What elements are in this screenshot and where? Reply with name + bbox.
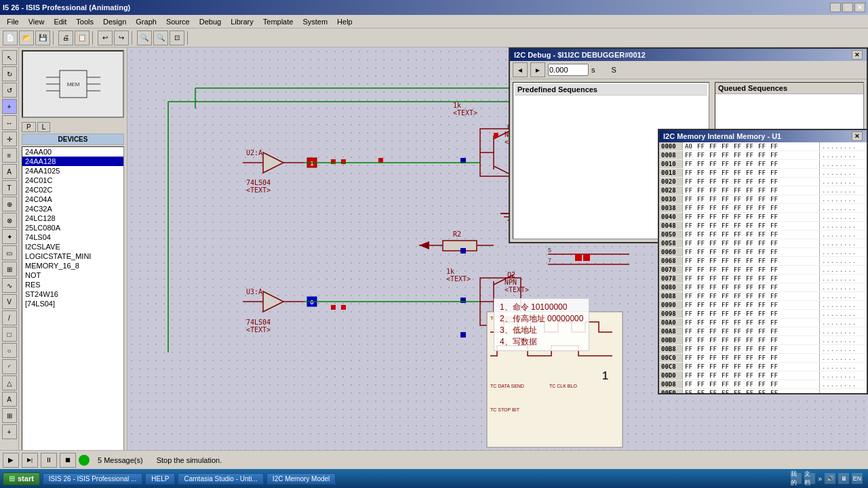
- tray-arrow[interactable]: »: [818, 475, 822, 483]
- device-item-not[interactable]: NOT: [22, 270, 123, 280]
- i2c-back-button[interactable]: ◄: [513, 62, 528, 77]
- minimize-button[interactable]: _: [830, 3, 841, 12]
- arc-tool[interactable]: ◜: [2, 359, 17, 374]
- menu-item-debug[interactable]: Debug: [195, 16, 225, 27]
- device-item-24aa1025[interactable]: 24AA1025: [22, 166, 123, 176]
- label-tool[interactable]: A: [2, 164, 17, 179]
- save-button[interactable]: 💾: [35, 30, 50, 45]
- device-item-24c01c[interactable]: 24C01C: [22, 176, 123, 185]
- device-item-24c04a[interactable]: 24C04A: [22, 195, 123, 204]
- schematic-canvas[interactable]: 1 0: [127, 47, 868, 469]
- print-button[interactable]: 🖨: [58, 30, 73, 45]
- probe-tool[interactable]: ✦: [2, 229, 17, 244]
- pause-button[interactable]: ⏸: [41, 453, 57, 468]
- bus-tool[interactable]: ≡: [2, 148, 17, 163]
- tab-p[interactable]: P: [22, 122, 36, 132]
- device-item-memory-16-8[interactable]: MEMORY_16_8: [22, 261, 123, 270]
- box-tool[interactable]: □: [2, 327, 17, 342]
- circle-tool[interactable]: ○: [2, 343, 17, 358]
- start-button[interactable]: ⊞ start: [3, 472, 40, 485]
- memory-row: 00C0FFFFFFFFFFFFFFFF........: [659, 354, 867, 363]
- menu-item-help[interactable]: Help: [333, 16, 357, 27]
- fit-button[interactable]: ⊡: [170, 30, 184, 45]
- graph-tool[interactable]: ▭: [2, 245, 17, 260]
- i2c-forward-button[interactable]: ►: [530, 62, 545, 77]
- menu-item-design[interactable]: Design: [99, 16, 130, 27]
- step-button[interactable]: ▶|: [22, 453, 38, 468]
- port-tool[interactable]: ⊗: [2, 213, 17, 228]
- component-tool[interactable]: +: [2, 99, 17, 114]
- menu-item-view[interactable]: View: [24, 16, 49, 27]
- taskbar-item-isis[interactable]: ISIS 26 - ISIS Professional ...: [43, 473, 143, 485]
- i2c-debug-title: I2C Debug - $I1I2C DEBUGGER#0012 ✕: [510, 49, 867, 61]
- device-item-74ls04[interactable]: 74LS04: [22, 232, 123, 242]
- menu-item-source[interactable]: Source: [162, 16, 194, 27]
- device-item-24aa128[interactable]: 24AA128: [22, 157, 123, 166]
- menu-item-graph[interactable]: Graph: [132, 16, 161, 27]
- device-item-res[interactable]: RES: [22, 280, 123, 289]
- tape-tool[interactable]: ⊞: [2, 262, 17, 277]
- add-tool[interactable]: +: [2, 424, 17, 439]
- taskbar-item-camtasia[interactable]: Camtasia Studio - Unti...: [178, 473, 263, 485]
- new-button[interactable]: 📄: [3, 30, 18, 45]
- text-tool[interactable]: T: [2, 180, 17, 195]
- rotate2-tool[interactable]: ↺: [2, 83, 17, 98]
- device-item-25lc080a[interactable]: 25LC080A: [22, 223, 123, 232]
- i2c-debug-close[interactable]: ✕: [852, 50, 863, 60]
- line-tool[interactable]: /: [2, 310, 17, 325]
- gen-tool[interactable]: ∿: [2, 278, 17, 293]
- device-item-24lc128[interactable]: 24LC128: [22, 214, 123, 223]
- taskbar-item-help[interactable]: HELP: [145, 473, 175, 485]
- device-item-st24w16[interactable]: ST24W16: [22, 289, 123, 299]
- device-item-logicstate-mini[interactable]: LOGICSTATE_MINI: [22, 251, 123, 261]
- menu-item-edit[interactable]: Edit: [50, 16, 71, 27]
- symbol2-tool[interactable]: ⊞: [2, 408, 17, 423]
- mem-bytes: FFFFFFFFFFFFFFFF: [683, 389, 819, 393]
- mem-byte-val: FF: [709, 390, 720, 393]
- memory-row: 0070FFFFFFFFFFFFFFFF........: [659, 266, 867, 274]
- play-button[interactable]: ▶: [3, 453, 19, 468]
- rotate-tool[interactable]: ↻: [2, 66, 17, 81]
- device-item-24c32a[interactable]: 24C32A: [22, 204, 123, 214]
- maximize-button[interactable]: □: [842, 3, 853, 12]
- print2-button[interactable]: 📋: [75, 30, 90, 45]
- memory-row: 0018FFFFFFFFFFFFFFFF........: [659, 169, 867, 178]
- time-input[interactable]: [548, 64, 589, 76]
- move-tool[interactable]: ✛: [2, 131, 17, 146]
- memory-table[interactable]: 0000A0FFFFFFFFFFFFFF........0008FFFFFFFF…: [659, 142, 867, 393]
- label-text-r2: <TEXT>: [446, 275, 471, 283]
- menu-item-template[interactable]: Template: [259, 16, 298, 27]
- open-button[interactable]: 📂: [19, 30, 34, 45]
- redo-button[interactable]: ↪: [114, 30, 129, 45]
- menu-item-tools[interactable]: Tools: [72, 16, 98, 27]
- i2c-memory-close[interactable]: ✕: [852, 131, 863, 141]
- menu-item-library[interactable]: Library: [226, 16, 258, 27]
- menu-item-system[interactable]: System: [298, 16, 332, 27]
- text2-tool[interactable]: A: [2, 392, 17, 407]
- undo-button[interactable]: ↩: [98, 30, 113, 45]
- select-tool[interactable]: ↖: [2, 50, 17, 65]
- menu-item-file[interactable]: File: [3, 16, 23, 27]
- tab-l[interactable]: L: [37, 122, 51, 132]
- svg-rect-48: [331, 159, 336, 164]
- close-button[interactable]: ✕: [854, 3, 865, 12]
- zoom-out-button[interactable]: 🔍: [153, 30, 168, 45]
- sim-stop-message: Stop the simulation.: [151, 456, 228, 464]
- device-item-i2cslave[interactable]: I2CSLAVE: [22, 242, 123, 251]
- mem-byte-val: FF: [709, 178, 720, 185]
- device-list[interactable]: 24AA0024AA12824AA102524C01C24C02C24C04A2…: [22, 146, 124, 469]
- zoom-in-button[interactable]: 🔍: [137, 30, 152, 45]
- device-item-24aa00[interactable]: 24AA00: [22, 147, 123, 157]
- memory-row: 00B0FFFFFFFFFFFFFFFF........: [659, 336, 867, 345]
- symbol-tool[interactable]: ⊕: [2, 197, 17, 211]
- voltage-tool[interactable]: V: [2, 294, 17, 309]
- taskbar-item-memory[interactable]: I2C Memory Model: [267, 473, 336, 485]
- poly-tool[interactable]: △: [2, 375, 17, 390]
- wire-tool[interactable]: ↔: [2, 115, 17, 130]
- label-text-2: <TEXT>: [246, 326, 271, 333]
- mem-byte-val: FF: [770, 205, 781, 211]
- stop-button[interactable]: ⏹: [60, 453, 76, 468]
- device-item-24c02c[interactable]: 24C02C: [22, 185, 123, 195]
- mem-byte-val: FF: [770, 293, 781, 300]
- device-item--74ls04-[interactable]: [74LS04]: [22, 299, 123, 308]
